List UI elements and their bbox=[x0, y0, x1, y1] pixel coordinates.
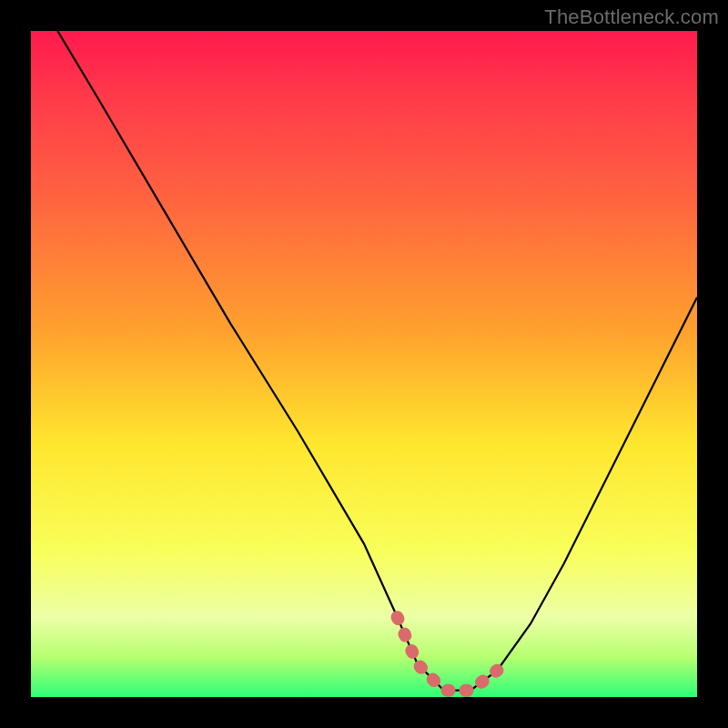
attribution-text: TheBottleneck.com bbox=[544, 5, 719, 29]
chart-svg bbox=[31, 31, 697, 697]
optimal-range-accent bbox=[398, 617, 498, 691]
plot-area bbox=[31, 31, 697, 697]
chart-frame: TheBottleneck.com bbox=[0, 0, 728, 728]
bottleneck-curve-path bbox=[57, 31, 697, 691]
